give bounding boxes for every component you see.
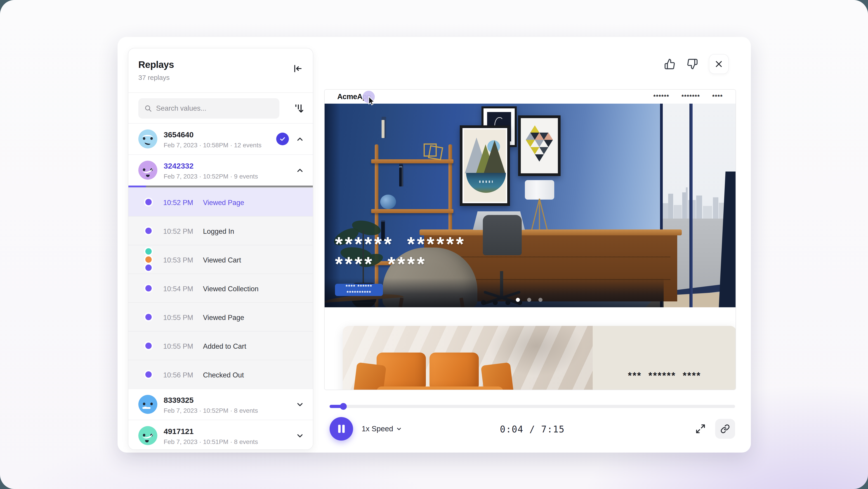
event-label: Viewed Page: [203, 199, 244, 207]
event-dot: [145, 371, 152, 378]
shelf: [371, 159, 454, 163]
event-timeline: 10:52 PM Viewed Page 10:52 PM Logged In …: [128, 188, 313, 389]
event-label: Logged In: [203, 227, 234, 235]
session-id: 8339325: [164, 396, 193, 405]
session-meta: Feb 7, 2023 · 10:52PM · 8 events: [164, 407, 258, 414]
event-time: 10:54 PM: [163, 285, 193, 293]
chevron-down-icon: [396, 426, 402, 432]
shelf: [371, 209, 454, 213]
replays-panel: Replays 37 replays: [128, 48, 313, 450]
avatar-mouth: [145, 440, 149, 442]
player-controls: 1x Speed 0:04 / 7:15: [330, 416, 735, 441]
page-title: Replays: [138, 59, 303, 70]
event-time: 10:55 PM: [163, 314, 193, 322]
search-row: [128, 93, 313, 123]
seek-bar[interactable]: [330, 403, 735, 410]
chevron-up-icon[interactable]: [296, 166, 304, 175]
avatar-mouth: [143, 407, 151, 409]
link-icon: [720, 424, 730, 434]
event-row[interactable]: 10:55 PM Viewed Page: [128, 302, 313, 331]
sofa-cushion: [430, 352, 479, 390]
event-row[interactable]: 10:52 PM Logged In: [128, 216, 313, 245]
event-dot: [145, 199, 152, 205]
thumbs-down-button[interactable]: [686, 58, 699, 70]
page-background: Replays 37 replays: [0, 0, 868, 489]
sofa-arm: [352, 362, 386, 390]
replay-site-header: AcmeApp ****** ******* ****: [324, 90, 736, 104]
session-row-3242332[interactable]: 3242332 Feb 7, 2023 · 10:52PM · 9 events: [128, 154, 313, 185]
event-time: 10:52 PM: [163, 199, 193, 207]
product-card: *** ****** ****: [343, 326, 736, 390]
avatar-eye: [143, 403, 145, 405]
event-row[interactable]: 10:53 PM Viewed Cart: [128, 245, 313, 274]
hero-masked-heading: ****** ******: [335, 236, 466, 252]
edge-shadow: [324, 104, 340, 307]
avatar-mouth: [143, 135, 153, 139]
sofa-seat: [377, 386, 503, 390]
product-info-panel: *** ****** ****: [593, 326, 736, 390]
seek-knob[interactable]: [340, 403, 347, 410]
thumbs-up-button[interactable]: [664, 58, 676, 70]
event-row[interactable]: 10:56 PM Checked Out: [128, 360, 313, 389]
chevron-up-icon[interactable]: [296, 135, 304, 143]
expand-button[interactable]: [694, 423, 707, 435]
speed-selector[interactable]: 1x Speed: [362, 425, 402, 433]
sort-button[interactable]: [292, 102, 305, 115]
close-icon: [715, 60, 723, 68]
event-label: Added to Cart: [203, 342, 246, 350]
avatar: [138, 395, 157, 414]
event-time: 10:55 PM: [163, 342, 193, 350]
chevron-down-icon[interactable]: [296, 432, 304, 440]
hero-image: ****** ****** **** **** **** ****** ****…: [324, 104, 736, 307]
hero-cta-button-masked: **** ****** **********: [335, 284, 383, 296]
event-dot: [145, 248, 152, 255]
carousel-dot-active: [516, 298, 520, 302]
nav-item-masked: ******: [653, 93, 669, 100]
sort-icon: [293, 103, 305, 114]
session-id: 4917121: [164, 427, 193, 436]
replays-header: Replays 37 replays: [128, 49, 313, 93]
chevron-down-icon[interactable]: [296, 400, 304, 409]
seek-track[interactable]: [330, 405, 735, 408]
avatar: [138, 130, 157, 148]
session-id: 3654640: [164, 130, 193, 139]
copy-link-button[interactable]: [715, 419, 735, 439]
avatar-mouth: [145, 141, 151, 145]
event-label: Viewed Page: [203, 314, 244, 322]
window-mullion: [689, 104, 692, 307]
event-row[interactable]: 10:55 PM Added to Cart: [128, 331, 313, 360]
sofa-arm: [481, 362, 515, 390]
event-time: 10:53 PM: [163, 256, 193, 264]
event-dot: [145, 256, 152, 263]
event-label: Checked Out: [203, 371, 244, 379]
event-label: Viewed Collection: [203, 285, 258, 293]
session-row-3654640[interactable]: 3654640 Feb 7, 2023 · 10:58PM · 12 event…: [128, 123, 313, 154]
drawer-line: [431, 257, 671, 257]
session-row-4917121[interactable]: 4917121 Feb 7, 2023 · 10:51PM · 8 events: [128, 420, 313, 450]
avatar-mouth: [146, 175, 150, 177]
pause-button[interactable]: [330, 417, 353, 440]
session-row-8339325[interactable]: 8339325 Feb 7, 2023 · 10:52PM · 8 events: [128, 389, 313, 420]
search-input-field[interactable]: [156, 104, 274, 112]
close-button[interactable]: [709, 54, 729, 74]
site-nav: ****** ******* ****: [653, 93, 723, 100]
session-progress-bar[interactable]: [128, 185, 313, 188]
carousel-dot: [538, 298, 542, 302]
event-time: 10:56 PM: [163, 371, 193, 379]
event-dot: [145, 228, 152, 234]
office-chair: [483, 215, 522, 255]
collapse-panel-button[interactable]: [291, 63, 303, 75]
collapse-panel-icon: [292, 63, 303, 74]
speed-label: 1x Speed: [362, 425, 393, 433]
pause-icon: [342, 425, 345, 433]
event-row[interactable]: 10:52 PM Viewed Page: [128, 188, 313, 216]
sofa-photo: [343, 326, 593, 390]
thumbs-up-icon: [664, 58, 675, 70]
search-input[interactable]: [138, 98, 279, 119]
event-row[interactable]: 10:54 PM Viewed Collection: [128, 274, 313, 302]
cursor-icon: [366, 95, 377, 106]
session-id: 3242332: [164, 162, 193, 170]
check-badge[interactable]: [276, 133, 289, 145]
event-label: Viewed Cart: [203, 256, 241, 264]
nav-item-masked: *******: [682, 93, 700, 100]
